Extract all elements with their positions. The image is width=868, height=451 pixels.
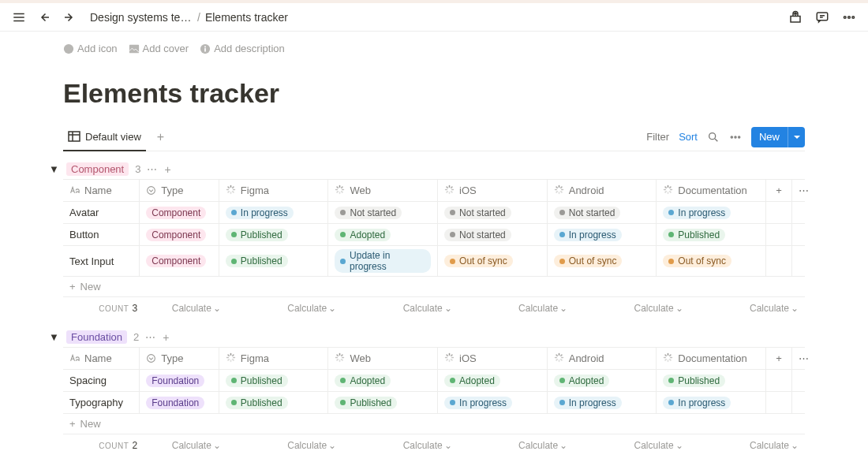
cell-name[interactable]: Text Input [63,246,140,276]
col-documentation[interactable]: Documentation [657,180,766,201]
col-android[interactable]: Android [548,180,657,201]
col-android[interactable]: Android [548,348,657,369]
comments-icon[interactable] [813,8,832,27]
cell-figma[interactable]: Published [219,224,329,245]
sort-button[interactable]: Sort [679,131,698,143]
group-toggle-icon[interactable]: ▼ [49,331,60,343]
cell-type[interactable]: Component [140,224,219,245]
view-more-icon[interactable] [729,131,742,144]
back-icon[interactable] [35,8,54,27]
table-row[interactable]: Spacing Foundation Published Adopted Ado… [63,370,805,392]
calculate-button[interactable]: Calculate⌄ [458,440,574,451]
cell-web[interactable]: Adopted [328,370,438,391]
cell-documentation[interactable]: Published [657,370,766,391]
new-row-button[interactable]: +New [63,277,805,297]
breadcrumb-parent[interactable]: Design systems tem... [90,11,193,24]
calculate-button[interactable]: Calculate⌄ [227,303,342,314]
col-figma[interactable]: Figma [219,180,329,201]
calculate-button[interactable]: Calculate⌄ [574,440,689,451]
col-web[interactable]: Web [328,180,438,201]
new-button-dropdown[interactable] [788,127,805,147]
new-button[interactable]: New [751,127,805,147]
page-title[interactable]: Elements tracker [63,78,805,109]
calculate-button[interactable]: Calculate⌄ [227,440,342,451]
add-icon-button[interactable]: Add icon [63,43,118,54]
col-ios[interactable]: iOS [438,348,548,369]
table-row[interactable]: Button Component Published Adopted Not s… [63,224,805,246]
group-more-icon[interactable]: ⋯ [147,163,158,175]
table-row[interactable]: Typography Foundation Published Publishe… [63,392,805,414]
calculate-button[interactable]: Calculate⌄ [342,303,458,314]
calculate-button[interactable]: Calculate⌄ [574,303,689,314]
add-description-button[interactable]: Add description [200,43,285,54]
cell-documentation[interactable]: In progress [657,202,766,223]
search-icon[interactable] [707,131,720,144]
cell-android[interactable]: In progress [548,224,657,245]
calculate-button[interactable]: Calculate⌄ [458,303,574,314]
cell-figma[interactable]: In progress [219,202,329,223]
share-icon[interactable] [786,8,805,27]
col-ios[interactable]: iOS [438,180,548,201]
group-toggle-icon[interactable]: ▼ [49,163,60,175]
cell-type[interactable]: Foundation [140,392,219,413]
cell-documentation[interactable]: Out of sync [657,246,766,276]
calculate-button[interactable]: Calculate⌄ [690,440,805,451]
col-name[interactable]: Name [63,348,140,369]
table-more-icon[interactable]: ⋯ [792,180,805,201]
group-add-button[interactable]: + [164,163,170,176]
cell-android[interactable]: Adopted [548,370,657,391]
cell-documentation[interactable]: Published [657,224,766,245]
cell-name[interactable]: Avatar [63,202,140,223]
add-column-button[interactable]: + [766,348,792,369]
table-row[interactable]: Avatar Component In progress Not started… [63,202,805,224]
cell-figma[interactable]: Published [219,370,329,391]
cell-web[interactable]: Update in progress [328,246,438,276]
cell-type[interactable]: Component [140,202,219,223]
cell-type[interactable]: Foundation [140,370,219,391]
cell-figma[interactable]: Published [219,392,329,413]
calculate-button[interactable]: Calculate⌄ [690,303,805,314]
cell-ios[interactable]: Out of sync [438,246,548,276]
calculate-button[interactable]: Calculate⌄ [144,303,227,314]
cell-android[interactable]: Not started [548,202,657,223]
col-documentation[interactable]: Documentation [657,348,766,369]
breadcrumb-current[interactable]: Elements tracker [205,11,288,24]
cell-documentation[interactable]: In progress [657,392,766,413]
cell-name[interactable]: Typography [63,392,140,413]
group-more-icon[interactable]: ⋯ [145,331,156,343]
calculate-button[interactable]: Calculate⌄ [144,440,227,451]
forward-icon[interactable] [60,8,79,27]
cell-android[interactable]: In progress [548,392,657,413]
cell-android[interactable]: Out of sync [548,246,657,276]
group-name-badge[interactable]: Component [66,162,129,176]
cell-figma[interactable]: Published [219,246,329,276]
filter-button[interactable]: Filter [646,131,669,143]
more-icon[interactable] [840,8,859,27]
add-cover-button[interactable]: Add cover [129,43,189,54]
cell-ios[interactable]: Not started [438,224,548,245]
cell-ios[interactable]: Adopted [438,370,548,391]
cell-type[interactable]: Component [140,246,219,276]
cell-name[interactable]: Button [63,224,140,245]
cell-web[interactable]: Published [328,392,438,413]
col-web[interactable]: Web [328,348,438,369]
table-more-icon[interactable]: ⋯ [792,348,805,369]
new-row-button[interactable]: +New [63,414,805,434]
cell-web[interactable]: Not started [328,202,438,223]
col-name[interactable]: Name [63,180,140,201]
cell-ios[interactable]: Not started [438,202,548,223]
table-row[interactable]: Text Input Component Published Update in… [63,246,805,277]
add-view-button[interactable]: + [152,129,169,146]
col-type[interactable]: Type [140,180,219,201]
cell-web[interactable]: Adopted [328,224,438,245]
group-add-button[interactable]: + [163,331,169,344]
tab-default-view[interactable]: Default view [63,123,146,151]
col-figma[interactable]: Figma [219,348,329,369]
cell-name[interactable]: Spacing [63,370,140,391]
cell-ios[interactable]: In progress [438,392,548,413]
add-column-button[interactable]: + [766,180,792,201]
menu-icon[interactable] [9,8,28,27]
calculate-button[interactable]: Calculate⌄ [342,440,458,451]
col-type[interactable]: Type [140,348,219,369]
group-name-badge[interactable]: Foundation [66,330,127,344]
